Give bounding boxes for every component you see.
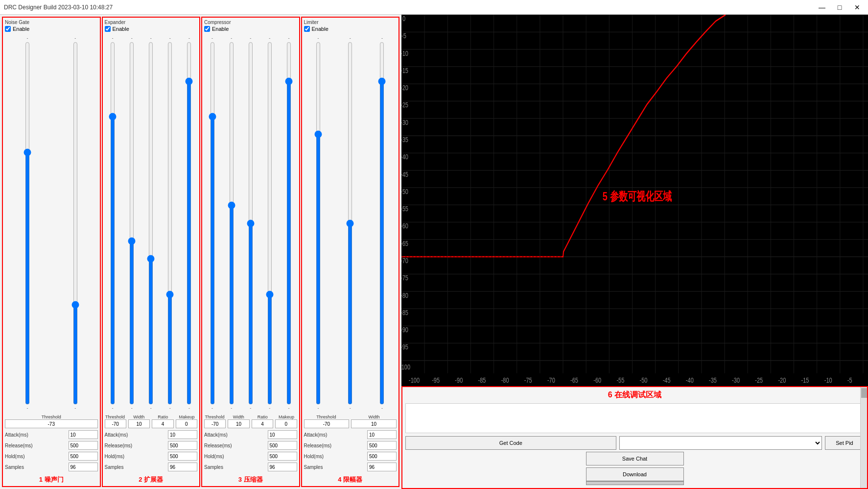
chat-area[interactable] [405, 403, 864, 433]
ex-hold-row: Hold(ms) [105, 452, 198, 461]
ex-slider-1-input[interactable] [107, 42, 118, 405]
ng-s1-top: - [26, 36, 28, 41]
ng-attack-label: Attack(ms) [5, 432, 28, 438]
li-slider-1-input[interactable] [313, 42, 324, 405]
ng-release-input[interactable] [69, 441, 98, 450]
co-slider-2: - - [223, 36, 239, 411]
ng-hold-input[interactable] [69, 452, 98, 461]
svg-text:-70: -70 [401, 257, 408, 265]
svg-text:-60: -60 [593, 376, 601, 385]
panel-scrollbar[interactable] [860, 387, 867, 488]
co-slider-2-input[interactable] [226, 42, 237, 405]
maximize-button[interactable]: □ [833, 2, 846, 12]
svg-text:-25: -25 [401, 101, 408, 109]
li-release-input[interactable] [367, 441, 397, 450]
ex-param-inputs [105, 419, 198, 428]
co-release-row: Release(ms) [204, 441, 297, 450]
co-slider-1-input[interactable] [207, 42, 218, 405]
ng-hold-row: Hold(ms) [5, 452, 98, 461]
ex-width-input[interactable] [128, 419, 150, 428]
expander-enable-checkbox[interactable] [105, 26, 111, 32]
ng-param-labels: Threshold [5, 415, 98, 419]
co-slider-5-input[interactable] [283, 42, 294, 405]
compressor-title: Compressor [204, 20, 297, 25]
compressor-sliders: - - - - - - - - [204, 34, 297, 413]
svg-text:-65: -65 [401, 239, 408, 247]
svg-text:-95: -95 [401, 343, 408, 351]
li-width-input[interactable] [351, 419, 397, 428]
co-makeup-input[interactable] [275, 419, 297, 428]
ex-slider-4: - - [162, 36, 178, 411]
co-samples-label: Samples [204, 465, 223, 470]
co-slider-4-input[interactable] [264, 42, 275, 405]
li-slider-3: - - [368, 36, 397, 411]
ex-makeup-label: Makeup [176, 415, 197, 419]
chart-svg: 0 -5 -10 -15 -20 -25 -30 -35 -40 -45 -50… [401, 15, 868, 386]
get-code-button[interactable]: Get Code [405, 436, 616, 450]
download-button[interactable]: Download [586, 467, 684, 481]
li-hold-label: Hold(ms) [304, 454, 324, 459]
ng-slider-2: - - [53, 36, 98, 411]
ex-attack-input[interactable] [168, 430, 197, 439]
co-slider-3-input[interactable] [245, 42, 256, 405]
ex-slider-4-input[interactable] [164, 42, 175, 405]
ex-slider-3-input[interactable] [145, 42, 156, 405]
ex-samples-label: Samples [105, 465, 124, 470]
svg-text:-30: -30 [732, 376, 740, 385]
ex-slider-2-input[interactable] [126, 42, 137, 405]
ex-slider-5-input[interactable] [184, 42, 194, 405]
li-slider-3-input[interactable] [376, 42, 387, 405]
ex-threshold-input[interactable] [105, 419, 126, 428]
limiter-enable-checkbox[interactable] [304, 26, 310, 32]
svg-text:-25: -25 [755, 376, 763, 385]
co-threshold-input[interactable] [204, 419, 226, 428]
co-footer-label: 3 压缩器 [204, 475, 297, 484]
co-release-input[interactable] [268, 441, 297, 450]
li-threshold-input[interactable] [304, 419, 350, 428]
set-pid-button[interactable]: Set Pid [825, 436, 864, 450]
ex-slider-1: - - [105, 36, 121, 411]
co-samples-input[interactable] [268, 463, 297, 471]
co-attack-label: Attack(ms) [204, 432, 228, 438]
ex-makeup-input[interactable] [176, 419, 197, 428]
minimize-button[interactable]: — [815, 2, 829, 12]
svg-text:5 参数可视化区域: 5 参数可视化区域 [603, 190, 672, 203]
svg-text:-90: -90 [455, 376, 463, 385]
svg-text:-50: -50 [640, 376, 648, 385]
ex-release-input[interactable] [168, 441, 197, 450]
bottom-row-1: Get Code Set Pid [405, 436, 864, 450]
noise-gate-enable-checkbox[interactable] [5, 26, 11, 32]
ng-attack-input[interactable] [69, 430, 98, 439]
ng-samples-row: Samples [5, 463, 98, 471]
compressor-enable-checkbox[interactable] [204, 26, 210, 32]
svg-text:-65: -65 [570, 376, 578, 385]
pid-dropdown[interactable] [619, 436, 822, 450]
li-slider-2-input[interactable] [345, 42, 355, 405]
compressor-panel: Compressor Enable - - - - - [201, 17, 300, 487]
panels-area: Noise Gate Enable - - - - Threshold [0, 15, 401, 489]
li-hold-input[interactable] [367, 452, 397, 461]
co-attack-row: Attack(ms) [204, 430, 297, 439]
svg-text:-15: -15 [801, 376, 809, 385]
scroll-thumb[interactable] [861, 388, 867, 398]
co-attack-input[interactable] [268, 430, 297, 439]
ex-attack-label: Attack(ms) [105, 432, 128, 438]
svg-text:-75: -75 [524, 376, 532, 385]
co-hold-input[interactable] [268, 452, 297, 461]
svg-text:-85: -85 [401, 308, 408, 317]
li-slider-2: - - [336, 36, 365, 411]
ng-samples-input[interactable] [69, 463, 98, 471]
ng-slider-1-input[interactable] [22, 42, 33, 405]
ng-threshold-input[interactable] [5, 419, 98, 428]
ex-hold-input[interactable] [168, 452, 197, 461]
co-ratio-input[interactable] [252, 419, 273, 428]
close-button[interactable]: ✕ [850, 2, 864, 12]
ng-slider-2-input[interactable] [70, 42, 81, 405]
li-attack-input[interactable] [367, 430, 397, 439]
co-width-input[interactable] [228, 419, 249, 428]
ex-ratio-input[interactable] [152, 419, 173, 428]
save-chat-button[interactable]: Save Chat [586, 452, 684, 465]
li-samples-input[interactable] [367, 463, 397, 471]
ex-samples-input[interactable] [168, 463, 197, 471]
svg-text:-75: -75 [401, 274, 408, 282]
